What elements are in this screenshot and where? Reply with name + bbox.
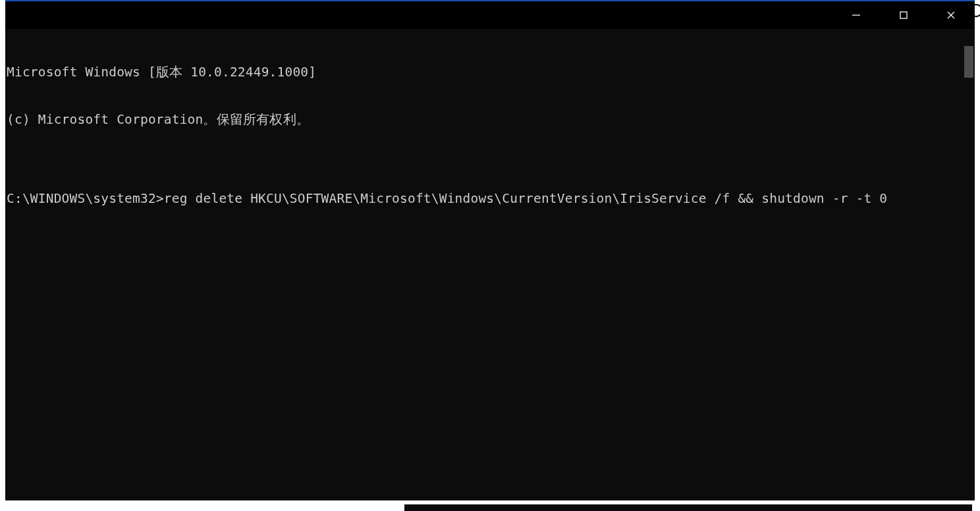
prompt: C:\WINDOWS\system32> xyxy=(7,191,164,207)
output-line-1: Microsoft Windows [版本 10.0.22449.1000] xyxy=(7,65,973,80)
close-button[interactable] xyxy=(927,1,975,29)
terminal-body[interactable]: Microsoft Windows [版本 10.0.22449.1000] (… xyxy=(5,29,975,500)
prompt-line: C:\WINDOWS\system32>reg delete HKCU\SOFT… xyxy=(7,191,973,207)
window-controls xyxy=(832,1,975,29)
maximize-button[interactable] xyxy=(880,1,927,29)
maximize-icon xyxy=(898,10,909,20)
titlebar[interactable] xyxy=(5,0,975,29)
terminal-content: Microsoft Windows [版本 10.0.22449.1000] (… xyxy=(7,33,973,238)
external-edge-curve xyxy=(969,4,980,17)
scrollbar-thumb[interactable] xyxy=(964,46,973,78)
command-input[interactable]: reg delete HKCU\SOFTWARE\Microsoft\Windo… xyxy=(164,191,887,207)
close-icon xyxy=(946,10,956,20)
terminal-window: Microsoft Windows [版本 10.0.22449.1000] (… xyxy=(5,0,975,500)
svg-rect-1 xyxy=(900,12,907,18)
bottom-edge xyxy=(404,504,972,511)
output-line-2: (c) Microsoft Corporation。保留所有权利。 xyxy=(7,112,973,128)
minimize-icon xyxy=(851,10,861,20)
minimize-button[interactable] xyxy=(832,1,880,29)
scrollbar[interactable] xyxy=(964,33,973,493)
